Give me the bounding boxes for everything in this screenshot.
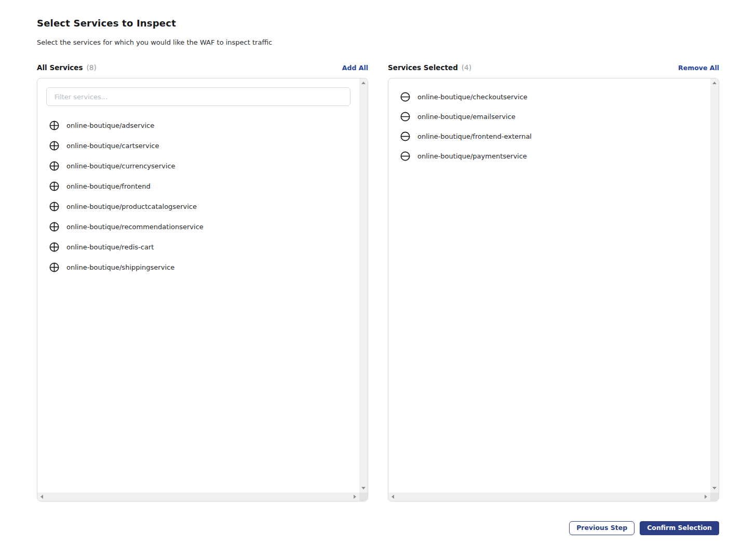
scrollbar-corner (710, 493, 719, 501)
up-arrow-icon[interactable] (361, 82, 366, 84)
vertical-scrollbar[interactable] (710, 78, 719, 493)
remove-all-link[interactable]: Remove All (678, 64, 719, 72)
minus-circle-icon[interactable] (400, 112, 410, 122)
all-services-panel: online-boutique/adservice online-boutiqu… (37, 78, 368, 501)
service-row[interactable]: online-boutique/adservice (46, 120, 350, 131)
service-row[interactable]: online-boutique/checkoutservice (397, 91, 701, 102)
service-row[interactable]: online-boutique/cartservice (46, 140, 350, 151)
all-services-heading: All Services (37, 63, 83, 72)
page-subtitle: Select the services for which you would … (37, 38, 719, 47)
plus-circle-icon[interactable] (49, 202, 59, 211)
all-services-count: (8) (87, 63, 97, 72)
services-selected-count: (4) (462, 63, 471, 72)
all-services-panel-content: online-boutique/adservice online-boutiqu… (37, 78, 359, 493)
services-selected-panel: online-boutique/checkoutservice online-b… (388, 78, 719, 501)
plus-circle-icon[interactable] (49, 121, 59, 130)
down-arrow-icon[interactable] (712, 487, 717, 489)
dual-list-container: All Services(8) Add All online-boutique/… (37, 62, 719, 501)
service-name: online-boutique/redis-cart (66, 243, 154, 251)
plus-circle-icon[interactable] (49, 181, 59, 191)
service-row[interactable]: online-boutique/frontend-external (397, 130, 701, 142)
service-name: online-boutique/frontend (66, 182, 151, 190)
plus-circle-icon[interactable] (49, 242, 59, 252)
all-services-heading-group: All Services(8) (37, 62, 97, 72)
plus-circle-icon[interactable] (49, 262, 59, 272)
service-name: online-boutique/currencyservice (66, 162, 176, 170)
add-all-link[interactable]: Add All (342, 64, 368, 72)
services-selected-panel-content: online-boutique/checkoutservice online-b… (388, 78, 710, 493)
minus-circle-icon[interactable] (400, 151, 410, 161)
minus-circle-icon[interactable] (400, 92, 410, 102)
services-selected-heading-group: Services Selected(4) (388, 62, 471, 72)
plus-circle-icon[interactable] (49, 222, 59, 232)
service-row[interactable]: online-boutique/recommendationservice (46, 221, 350, 232)
all-services-header: All Services(8) Add All (37, 62, 368, 72)
right-arrow-icon[interactable] (705, 495, 707, 499)
right-arrow-icon[interactable] (354, 495, 356, 499)
minus-circle-icon[interactable] (400, 131, 410, 141)
left-arrow-icon[interactable] (392, 495, 394, 499)
horizontal-scrollbar[interactable] (37, 493, 359, 501)
page-title: Select Services to Inspect (37, 18, 719, 29)
services-selected-column: Services Selected(4) Remove All online-b… (388, 62, 719, 501)
all-services-column: All Services(8) Add All online-boutique/… (37, 62, 368, 501)
service-row[interactable]: online-boutique/emailservice (397, 111, 701, 122)
plus-circle-icon[interactable] (49, 141, 59, 151)
service-row[interactable]: online-boutique/redis-cart (46, 241, 350, 253)
down-arrow-icon[interactable] (361, 487, 366, 489)
service-row[interactable]: online-boutique/frontend (46, 180, 350, 192)
filter-services-input[interactable] (46, 87, 350, 106)
service-name: online-boutique/emailservice (417, 113, 516, 121)
horizontal-scrollbar[interactable] (388, 493, 710, 501)
service-name: online-boutique/cartservice (66, 142, 159, 150)
selected-services-list: online-boutique/checkoutservice online-b… (397, 91, 701, 162)
services-selected-header: Services Selected(4) Remove All (388, 62, 719, 72)
service-name: online-boutique/paymentservice (417, 152, 527, 160)
page-container: Select Services to Inspect Select the se… (0, 0, 756, 535)
service-name: online-boutique/productcatalogservice (66, 203, 197, 210)
service-name: online-boutique/frontend-external (417, 132, 532, 140)
up-arrow-icon[interactable] (712, 82, 717, 84)
all-services-list: online-boutique/adservice online-boutiqu… (46, 120, 350, 273)
service-row[interactable]: online-boutique/productcatalogservice (46, 201, 350, 212)
confirm-selection-button[interactable]: Confirm Selection (640, 521, 719, 535)
service-name: online-boutique/recommendationservice (66, 223, 204, 231)
service-name: online-boutique/shippingservice (66, 263, 174, 271)
left-arrow-icon[interactable] (40, 495, 43, 499)
plus-circle-icon[interactable] (49, 161, 59, 171)
footer-actions: Previous Step Confirm Selection (37, 521, 719, 535)
vertical-scrollbar[interactable] (359, 78, 368, 493)
service-row[interactable]: online-boutique/shippingservice (46, 261, 350, 273)
service-row[interactable]: online-boutique/currencyservice (46, 160, 350, 171)
service-name: online-boutique/adservice (66, 122, 154, 129)
service-name: online-boutique/checkoutservice (417, 93, 528, 101)
service-row[interactable]: online-boutique/paymentservice (397, 150, 701, 162)
scrollbar-corner (359, 493, 368, 501)
services-selected-heading: Services Selected (388, 63, 458, 72)
previous-step-button[interactable]: Previous Step (569, 521, 634, 535)
